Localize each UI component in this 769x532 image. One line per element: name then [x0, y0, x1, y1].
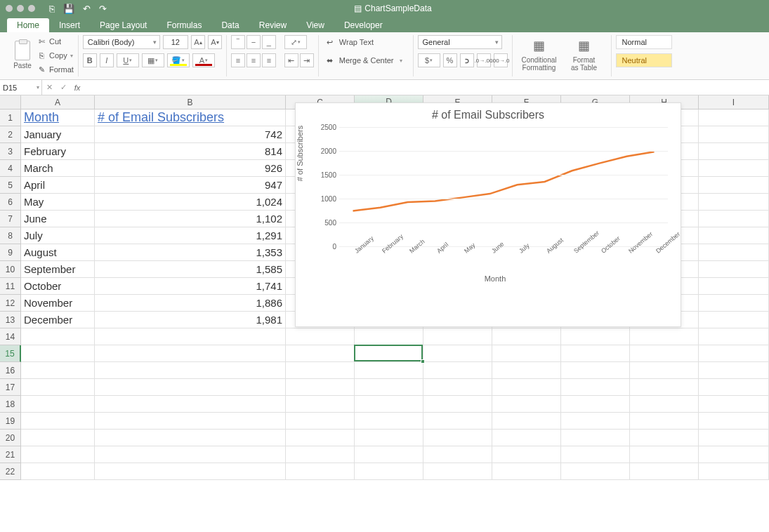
align-right-button[interactable]: ≡	[262, 53, 276, 67]
cell-B10[interactable]: 1,585	[95, 261, 286, 278]
increase-decimal-button[interactable]: .0→.00	[477, 53, 491, 67]
cell-E16[interactable]	[423, 362, 492, 379]
cell-B3[interactable]: 814	[95, 143, 286, 160]
cell-F19[interactable]	[492, 413, 561, 430]
cell-D22[interactable]	[355, 463, 423, 480]
bold-button[interactable]: B	[83, 53, 97, 67]
cell-H19[interactable]	[630, 413, 699, 430]
row-header-20[interactable]: 20	[0, 430, 21, 446]
cell-F16[interactable]	[492, 362, 561, 379]
cell-E20[interactable]	[423, 430, 492, 446]
align-middle-button[interactable]: −	[247, 35, 261, 49]
cell-B19[interactable]	[95, 413, 286, 430]
tab-insert[interactable]: Insert	[49, 18, 90, 32]
cell-I4[interactable]	[699, 160, 769, 177]
cell-H15[interactable]	[630, 345, 699, 362]
tab-formulas[interactable]: Formulas	[157, 18, 211, 32]
name-box[interactable]: D15	[0, 80, 42, 95]
cell-C15[interactable]	[286, 345, 355, 362]
tab-developer[interactable]: Developer	[334, 18, 393, 32]
cell-G20[interactable]	[561, 430, 630, 446]
cell-H20[interactable]	[630, 430, 699, 446]
cell-G15[interactable]	[561, 345, 630, 362]
cell-A16[interactable]	[21, 362, 95, 379]
cell-I14[interactable]	[699, 328, 769, 345]
paste-button[interactable]: Paste	[10, 35, 35, 74]
currency-button[interactable]: $▾	[418, 53, 440, 67]
cell-B13[interactable]: 1,981	[95, 312, 286, 328]
minimize-window-icon[interactable]	[17, 5, 24, 12]
cut-button[interactable]: ✄Cut	[37, 35, 74, 48]
cancel-formula-button[interactable]: ✕	[42, 83, 56, 92]
format-as-table-button[interactable]: ▦ Formatas Table	[562, 35, 607, 74]
cell-C19[interactable]	[286, 413, 355, 430]
cell-I15[interactable]	[699, 345, 769, 362]
fx-button[interactable]: fx	[70, 84, 84, 92]
row-header-11[interactable]: 11	[0, 278, 21, 295]
cell-I12[interactable]	[699, 295, 769, 312]
row-header-6[interactable]: 6	[0, 194, 21, 211]
cell-B8[interactable]: 1,291	[95, 227, 286, 244]
cell-A14[interactable]	[21, 328, 95, 345]
cell-B15[interactable]	[95, 345, 286, 362]
font-color-button[interactable]: A▾	[192, 53, 215, 67]
cell-B16[interactable]	[95, 362, 286, 379]
increase-indent-button[interactable]: ⇥	[300, 53, 314, 67]
cell-B9[interactable]: 1,353	[95, 244, 286, 261]
tab-view[interactable]: View	[296, 18, 334, 32]
cell-D20[interactable]	[355, 430, 423, 446]
cell-E15[interactable]	[423, 345, 492, 362]
conditional-formatting-button[interactable]: ▦ ConditionalFormatting	[517, 35, 562, 74]
cell-A21[interactable]	[21, 446, 95, 463]
row-header-22[interactable]: 22	[0, 463, 21, 480]
cell-F22[interactable]	[492, 463, 561, 480]
cell-style-normal[interactable]: Normal	[616, 35, 672, 49]
cell-E18[interactable]	[423, 396, 492, 413]
align-left-button[interactable]: ≡	[231, 53, 245, 67]
cell-G21[interactable]	[561, 446, 630, 463]
cell-B18[interactable]	[95, 396, 286, 413]
cell-B14[interactable]	[95, 328, 286, 345]
cell-A18[interactable]	[21, 396, 95, 413]
cell-G17[interactable]	[561, 379, 630, 396]
cell-G18[interactable]	[561, 396, 630, 413]
cell-style-neutral[interactable]: Neutral	[616, 53, 672, 67]
font-size-select[interactable]: 12	[163, 35, 188, 49]
cell-B2[interactable]: 742	[95, 126, 286, 143]
comma-button[interactable]: ͻ	[460, 53, 474, 67]
percent-button[interactable]: %	[443, 53, 457, 67]
cell-B11[interactable]: 1,741	[95, 278, 286, 295]
cell-D17[interactable]	[355, 379, 423, 396]
row-header-13[interactable]: 13	[0, 312, 21, 328]
cell-C22[interactable]	[286, 463, 355, 480]
cell-C18[interactable]	[286, 396, 355, 413]
cell-A4[interactable]: March	[21, 160, 95, 177]
cell-I6[interactable]	[699, 194, 769, 211]
cell-F20[interactable]	[492, 430, 561, 446]
cell-A20[interactable]	[21, 430, 95, 446]
row-header-1[interactable]: 1	[0, 109, 21, 126]
row-header-16[interactable]: 16	[0, 362, 21, 379]
spreadsheet-grid[interactable]: ABCDEFGHI 1Month# of Email Subscribers2J…	[0, 95, 769, 532]
cell-A22[interactable]	[21, 463, 95, 480]
cell-E21[interactable]	[423, 446, 492, 463]
cell-I20[interactable]	[699, 430, 769, 446]
cell-B20[interactable]	[95, 430, 286, 446]
cell-A7[interactable]: June	[21, 211, 95, 227]
row-header-8[interactable]: 8	[0, 227, 21, 244]
cell-A3[interactable]: February	[21, 143, 95, 160]
cell-A12[interactable]: November	[21, 295, 95, 312]
cell-H22[interactable]	[630, 463, 699, 480]
cell-I11[interactable]	[699, 278, 769, 295]
cell-C17[interactable]	[286, 379, 355, 396]
cell-I17[interactable]	[699, 379, 769, 396]
wrap-text-button[interactable]: ↩Wrap Text	[323, 35, 409, 49]
cell-A10[interactable]: September	[21, 261, 95, 278]
zoom-window-icon[interactable]	[28, 5, 35, 12]
cell-H14[interactable]	[630, 328, 699, 345]
row-header-21[interactable]: 21	[0, 446, 21, 463]
row-header-2[interactable]: 2	[0, 126, 21, 143]
cell-A5[interactable]: April	[21, 177, 95, 194]
close-window-icon[interactable]	[6, 5, 13, 12]
cell-A19[interactable]	[21, 413, 95, 430]
